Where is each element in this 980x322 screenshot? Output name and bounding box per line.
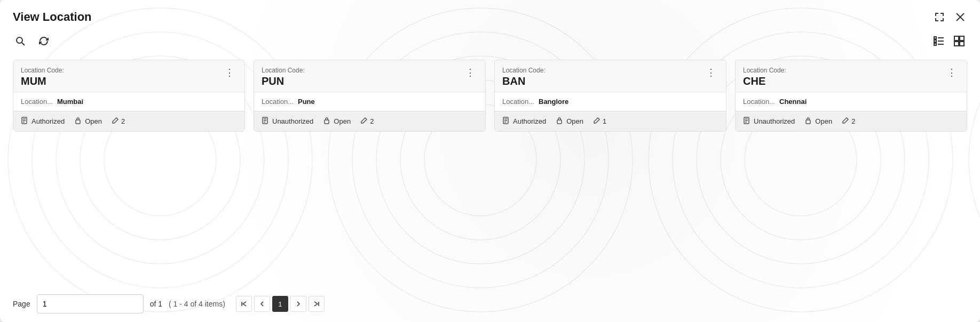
card-footer-3: Unauthorized Open (736, 111, 967, 131)
status-text-0: Authorized (31, 117, 65, 125)
location-label-3: Location... (743, 98, 775, 106)
status-text-1: Unauthorized (272, 117, 313, 125)
card-header-ban: Location Code: BAN ⋮ (495, 60, 726, 92)
view-location-window: View Location (0, 0, 980, 322)
expand-button[interactable] (932, 10, 947, 25)
location-code-label-2: Location Code: (502, 67, 546, 74)
prev-page-button[interactable] (254, 296, 270, 312)
list-view-button[interactable] (931, 33, 947, 49)
svg-point-2 (17, 37, 22, 43)
edit-count-0: 2 (112, 117, 125, 126)
svg-line-3 (22, 43, 25, 45)
access-text-1: Open (334, 117, 351, 125)
edit-icon-3 (842, 117, 849, 126)
header-actions (932, 10, 967, 25)
items-info: ( 1 - 4 of 4 items) (169, 300, 225, 308)
card-footer-2: Authorized Open (495, 111, 726, 131)
lock-icon-0 (74, 117, 82, 126)
svg-rect-13 (960, 42, 964, 46)
close-button[interactable] (953, 10, 967, 24)
edit-count-text-3: 2 (851, 117, 855, 125)
svg-rect-11 (960, 36, 964, 41)
access-text-0: Open (85, 117, 102, 125)
card-header-che: Location Code: CHE ⋮ (736, 60, 967, 92)
last-page-button[interactable] (309, 296, 325, 312)
svg-rect-28 (557, 120, 562, 124)
location-code-label-3: Location Code: (743, 67, 786, 74)
edit-count-1: 2 (360, 117, 374, 126)
edit-count-3: 2 (842, 117, 855, 126)
first-page-button[interactable] (236, 296, 252, 312)
access-text-2: Open (566, 117, 583, 125)
page-number: 1 (278, 300, 282, 308)
toolbar-left (13, 34, 51, 49)
svg-rect-6 (934, 43, 936, 45)
status-text-3: Unauthorized (754, 117, 795, 125)
page-label: Page (13, 300, 30, 308)
location-code-label-1: Location Code: (262, 67, 305, 74)
page-number-button-1[interactable]: 1 (272, 296, 288, 312)
more-menu-button-1[interactable]: ⋮ (463, 67, 478, 78)
lock-icon-2 (556, 117, 563, 126)
lock-icon-1 (323, 117, 330, 126)
doc-icon-3 (743, 117, 750, 126)
lock-icon-3 (804, 117, 812, 126)
doc-icon-0 (21, 117, 28, 126)
location-code-label-0: Location Code: (21, 67, 64, 74)
edit-count-text-0: 2 (121, 117, 125, 125)
access-text-3: Open (815, 117, 832, 125)
location-label-2: Location... (502, 98, 534, 106)
access-item-3: Open (804, 117, 832, 126)
doc-icon-2 (502, 117, 510, 126)
status-item-0: Authorized (21, 117, 65, 126)
edit-count-2: 1 (593, 117, 606, 126)
card-header-mum: Location Code: MUM ⋮ (13, 60, 244, 92)
svg-rect-5 (934, 40, 936, 42)
edit-icon-0 (112, 117, 119, 126)
svg-rect-23 (325, 120, 329, 124)
location-name-1: Pune (298, 98, 315, 106)
card-footer-0: Authorized Open (13, 111, 244, 131)
location-card-ban: Location Code: BAN ⋮ Location... Banglor… (494, 60, 726, 132)
svg-rect-18 (76, 120, 80, 124)
edit-count-text-1: 2 (370, 117, 374, 125)
location-card-che: Location Code: CHE ⋮ Location... Chennai (735, 60, 967, 132)
location-name-0: Mumbai (57, 98, 83, 106)
location-code-value-1: PUN (262, 75, 284, 87)
location-name-3: Chennai (779, 98, 807, 106)
svg-rect-12 (954, 42, 959, 46)
cards-grid: Location Code: MUM ⋮ Location... Mumbai (13, 60, 967, 132)
location-code-value-3: CHE (743, 75, 765, 87)
card-footer-1: Unauthorized Open (254, 111, 485, 131)
more-menu-button-0[interactable]: ⋮ (223, 67, 237, 78)
search-button[interactable] (13, 34, 28, 49)
location-code-value-0: MUM (21, 75, 46, 87)
toolbar-right (931, 33, 967, 49)
next-page-button[interactable] (290, 296, 306, 312)
footer: Page of 1 ( 1 - 4 of 4 items) 1 (0, 286, 980, 322)
card-body-1: Location... Pune (254, 92, 485, 111)
location-card-mum: Location Code: MUM ⋮ Location... Mumbai (13, 60, 245, 132)
of-text: of 1 (150, 300, 162, 308)
location-code-value-2: BAN (502, 75, 525, 87)
location-card-pun: Location Code: PUN ⋮ Location... Pune (254, 60, 486, 132)
card-body-0: Location... Mumbai (13, 92, 244, 111)
card-header-pun: Location Code: PUN ⋮ (254, 60, 485, 92)
card-body-3: Location... Chennai (736, 92, 967, 111)
more-menu-button-3[interactable]: ⋮ (945, 67, 959, 78)
svg-rect-10 (954, 36, 959, 41)
location-label-1: Location... (262, 98, 294, 106)
toolbar (0, 31, 980, 55)
page-input[interactable] (37, 294, 144, 313)
refresh-button[interactable] (36, 34, 51, 49)
status-item-2: Authorized (502, 117, 546, 126)
more-menu-button-2[interactable]: ⋮ (704, 67, 718, 78)
page-title: View Location (13, 10, 92, 24)
svg-rect-33 (806, 120, 810, 124)
grid-view-button[interactable] (951, 33, 967, 49)
access-item-0: Open (74, 117, 102, 126)
location-label-0: Location... (21, 98, 53, 106)
status-text-2: Authorized (513, 117, 546, 125)
access-item-2: Open (556, 117, 583, 126)
card-body-2: Location... Banglore (495, 92, 726, 111)
